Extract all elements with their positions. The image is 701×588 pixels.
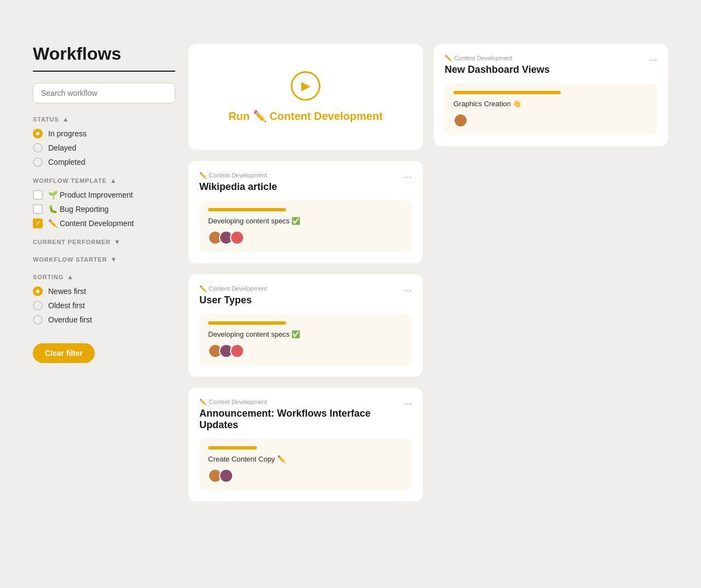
status-filter: STATUS ▲ In progress Delayed Completed: [33, 116, 175, 167]
checkbox-bug-reporting: [33, 204, 43, 214]
card-title: New Dashboard Views: [445, 64, 550, 76]
chevron-down-icon-performer: ▼: [114, 238, 121, 246]
play-icon: ▶: [291, 71, 320, 101]
sorting-label[interactable]: SORTING ▲: [33, 273, 175, 281]
status-option-delayed[interactable]: Delayed: [33, 143, 175, 153]
more-options-announcement[interactable]: ···: [404, 399, 412, 408]
card-title-wiki: Wikipedia article: [199, 181, 277, 193]
avatar-usertypes-3: [230, 344, 244, 358]
card-category-wiki: ✏️ Content Development: [199, 172, 277, 179]
card-user-types: ✏️ Content Development User Types ··· De…: [188, 274, 423, 377]
task-card-graphics: Graphics Creation 👋: [445, 83, 657, 135]
card-meta-announcement: ✏️ Content Development Announcement: Wor…: [199, 399, 404, 431]
task-name-wiki: Developing content specs ✅: [208, 217, 403, 225]
radio-oldest: [33, 301, 43, 310]
workflow-template-label[interactable]: WORFLOW TEMPLATE ▲: [33, 177, 175, 185]
card-wikipedia-article: ✏️ Content Development Wikipedia article…: [188, 161, 423, 263]
task-name: Graphics Creation 👋: [453, 100, 648, 108]
status-option-completed[interactable]: Completed: [33, 157, 175, 167]
avatar-announcement-2: [219, 469, 233, 483]
chevron-up-icon-template: ▲: [110, 177, 117, 185]
sidebar: Workflows STATUS ▲ In progress Delayed C…: [33, 44, 175, 363]
card-title-usertypes: User Types: [199, 295, 267, 306]
card-category: ✏️ Content Development: [445, 55, 550, 62]
card-category-usertypes: ✏️ Content Development: [199, 285, 267, 292]
card-header-usertypes: ✏️ Content Development User Types ···: [199, 285, 412, 306]
task-name-usertypes: Developing content specs ✅: [208, 330, 403, 338]
avatar-wiki-3: [230, 230, 244, 245]
search-input[interactable]: [33, 83, 175, 103]
sorting-newest[interactable]: Newes first: [33, 286, 175, 296]
avatars-announcement: [208, 469, 403, 483]
main-content: ▶ Run ✏️ Content Development ✏️ Content …: [188, 44, 668, 501]
title-divider: [33, 71, 175, 72]
avatars: [453, 113, 648, 128]
radio-in-progress: [33, 129, 43, 139]
card-title-announcement: Announcement: Workflows Interface Update…: [199, 408, 404, 431]
hero-card: ▶ Run ✏️ Content Development: [188, 44, 423, 150]
status-filter-label[interactable]: STATUS ▲: [33, 116, 175, 123]
avatar-1: [453, 113, 468, 128]
page-title: Workflows: [33, 44, 175, 64]
more-options-usertypes[interactable]: ···: [404, 285, 412, 295]
status-option-in-progress[interactable]: In progress: [33, 129, 175, 139]
checkbox-product-improvement: [33, 190, 43, 200]
chevron-down-icon-starter: ▼: [110, 256, 117, 263]
radio-completed: [33, 157, 43, 167]
current-performer-label[interactable]: CURRENT PERFORMER ▼: [33, 238, 175, 246]
avatars-usertypes: [208, 344, 403, 358]
radio-newest: [33, 286, 43, 296]
template-bug-reporting[interactable]: 🐛 Bug Reporting: [33, 204, 175, 214]
task-bar-wiki: [208, 208, 286, 211]
more-options-wiki[interactable]: ···: [404, 172, 412, 182]
card-meta-usertypes: ✏️ Content Development User Types: [199, 285, 267, 306]
card-category-announcement: ✏️ Content Development: [199, 399, 404, 406]
chevron-up-icon: ▲: [62, 116, 70, 123]
workflow-starter-filter: WORKFLOW STARTER ▼: [33, 256, 175, 263]
task-bar-announcement: [208, 446, 257, 449]
checkbox-content-development: [33, 218, 43, 228]
chevron-up-icon-sorting: ▲: [67, 273, 74, 281]
card-header: ✏️ Content Development New Dashboard Vie…: [445, 55, 657, 76]
sorting-overdue[interactable]: Overdue first: [33, 315, 175, 325]
hero-label: Run ✏️ Content Development: [228, 109, 383, 123]
task-name-announcement: Create Content Copy ✏️: [208, 455, 403, 463]
workflow-starter-label[interactable]: WORKFLOW STARTER ▼: [33, 256, 175, 263]
task-progress-bar: [453, 91, 561, 94]
clear-filter-button[interactable]: Clear filter: [33, 343, 95, 363]
sorting-oldest[interactable]: Oldest first: [33, 301, 175, 310]
task-bar-usertypes: [208, 321, 286, 325]
workflow-template-filter: WORFLOW TEMPLATE ▲ 🌱 Product Improvement…: [33, 177, 175, 228]
task-card-usertypes: Developing content specs ✅: [199, 314, 412, 366]
card-announcement: ✏️ Content Development Announcement: Wor…: [188, 388, 423, 501]
current-performer-filter: CURRENT PERFORMER ▼: [33, 238, 175, 246]
template-content-development[interactable]: ✏️ Content Development: [33, 218, 175, 228]
card-header-wiki: ✏️ Content Development Wikipedia article…: [199, 172, 412, 193]
avatars-wiki: [208, 230, 403, 245]
sorting-filter: SORTING ▲ Newes first Oldest first Overd…: [33, 273, 175, 325]
more-options-button[interactable]: ···: [649, 55, 657, 65]
card-new-dashboard-views: ✏️ Content Development New Dashboard Vie…: [434, 44, 668, 146]
card-meta-wiki: ✏️ Content Development Wikipedia article: [199, 172, 277, 193]
radio-delayed: [33, 143, 43, 153]
radio-overdue: [33, 315, 43, 325]
card-header-announcement: ✏️ Content Development Announcement: Wor…: [199, 399, 412, 431]
task-card-announcement: Create Content Copy ✏️: [199, 439, 412, 491]
card-meta: ✏️ Content Development New Dashboard Vie…: [445, 55, 550, 76]
template-product-improvement[interactable]: 🌱 Product Improvement: [33, 190, 175, 200]
task-card-wiki: Developing content specs ✅: [199, 200, 412, 252]
